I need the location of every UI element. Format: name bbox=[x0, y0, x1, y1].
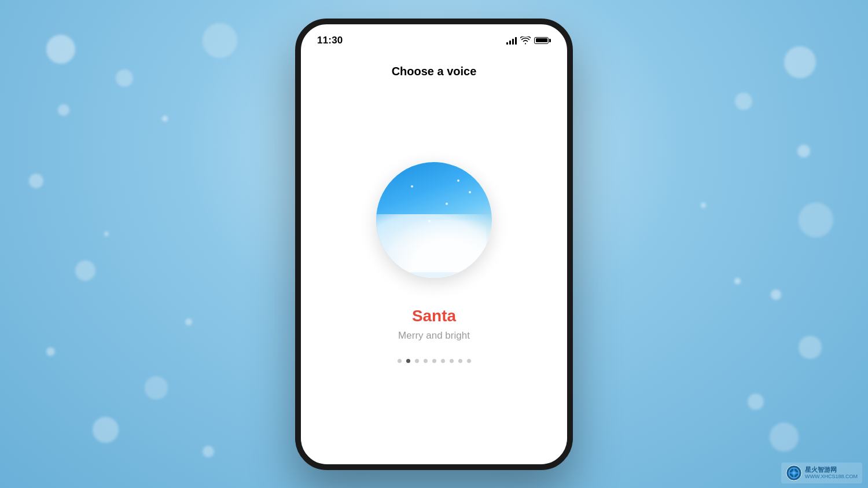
bokeh-1 bbox=[46, 35, 75, 64]
bokeh-10 bbox=[203, 446, 214, 457]
avatar-cloud-layer-2 bbox=[388, 220, 486, 272]
dot-2[interactable] bbox=[415, 359, 419, 363]
signal-icon bbox=[506, 36, 517, 45]
dot-7[interactable] bbox=[458, 359, 462, 363]
wifi-icon bbox=[520, 36, 531, 45]
sparkle-5 bbox=[469, 191, 471, 193]
signal-bar-2 bbox=[509, 41, 511, 45]
voice-avatar[interactable] bbox=[376, 162, 492, 278]
bokeh-8 bbox=[145, 376, 168, 399]
signal-bar-1 bbox=[506, 42, 508, 45]
screen-content: Choose a voice Santa bbox=[301, 53, 567, 464]
bokeh-12 bbox=[735, 93, 752, 110]
dot-8[interactable] bbox=[467, 359, 471, 363]
snow-2 bbox=[104, 232, 109, 236]
watermark-name: 星火智游网 bbox=[805, 466, 858, 474]
voice-name: Santa bbox=[412, 307, 456, 325]
watermark: 星火智游网 WWW.XHCS188.COM bbox=[781, 463, 862, 483]
bokeh-14 bbox=[799, 203, 833, 237]
snow-5 bbox=[734, 278, 741, 284]
sparkle-1 bbox=[411, 185, 413, 188]
dot-1[interactable] bbox=[406, 359, 410, 363]
sparkle-2 bbox=[446, 203, 448, 205]
bokeh-4 bbox=[203, 23, 237, 58]
status-bar: 11:30 bbox=[301, 24, 567, 53]
dot-5[interactable] bbox=[441, 359, 445, 363]
bokeh-2 bbox=[116, 69, 133, 87]
bokeh-11 bbox=[784, 46, 816, 78]
bokeh-15 bbox=[771, 289, 781, 300]
bokeh-17 bbox=[748, 394, 764, 410]
sparkle-3 bbox=[457, 179, 459, 182]
watermark-url: WWW.XHCS188.COM bbox=[805, 474, 858, 480]
phone-screen: 11:30 bbox=[295, 19, 573, 470]
snow-3 bbox=[185, 318, 192, 325]
watermark-logo-icon bbox=[786, 465, 802, 481]
page-title: Choose a voice bbox=[392, 65, 477, 78]
voice-area: Santa Merry and bright bbox=[376, 96, 492, 464]
pagination-dots bbox=[398, 359, 471, 363]
signal-bar-3 bbox=[512, 39, 514, 45]
voice-tagline: Merry and bright bbox=[398, 330, 470, 342]
bokeh-7 bbox=[46, 347, 55, 356]
status-icons bbox=[506, 36, 551, 45]
sparkle-4 bbox=[428, 220, 431, 222]
phone-frame: 11:30 bbox=[295, 19, 573, 470]
avatar-background bbox=[376, 162, 492, 278]
battery-icon bbox=[534, 37, 551, 44]
bokeh-5 bbox=[29, 174, 43, 188]
signal-bar-4 bbox=[515, 37, 517, 45]
snow-4 bbox=[701, 203, 706, 208]
dot-3[interactable] bbox=[424, 359, 428, 363]
bokeh-13 bbox=[797, 145, 810, 157]
status-time: 11:30 bbox=[317, 35, 343, 46]
dot-0[interactable] bbox=[398, 359, 402, 363]
bokeh-9 bbox=[93, 417, 119, 443]
bokeh-16 bbox=[799, 336, 822, 359]
watermark-text: 星火智游网 WWW.XHCS188.COM bbox=[805, 466, 858, 480]
bokeh-3 bbox=[58, 104, 69, 116]
snow-1 bbox=[162, 116, 168, 122]
bokeh-6 bbox=[75, 260, 95, 281]
dot-6[interactable] bbox=[450, 359, 454, 363]
dot-4[interactable] bbox=[432, 359, 436, 363]
bokeh-18 bbox=[770, 423, 799, 452]
